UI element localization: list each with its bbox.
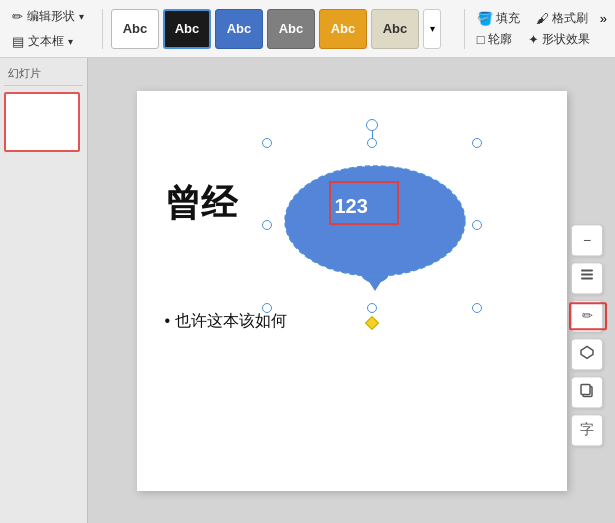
shape-styles-section: Abc Abc Abc Abc Abc Abc ▾ — [102, 9, 441, 49]
float-layers-button[interactable] — [571, 262, 603, 294]
fill-label: 填充 — [496, 10, 520, 27]
outline-label: 轮廓 — [488, 31, 512, 48]
handle-mid-left[interactable] — [262, 220, 272, 230]
toolbar-right-row-2: □ 轮廓 ✦ 形状效果 — [473, 30, 607, 49]
style-box-white[interactable]: Abc — [111, 9, 159, 49]
float-copy-button[interactable] — [571, 376, 603, 408]
edit-shape-button[interactable]: ✏ 编辑形状 ▾ — [8, 6, 88, 27]
handle-top-left[interactable] — [262, 138, 272, 148]
slide-panel-label: 幻灯片 — [4, 66, 83, 86]
style-box-gold[interactable]: Abc — [319, 9, 367, 49]
fill-button[interactable]: 🪣 填充 — [473, 9, 524, 28]
handle-top-right[interactable] — [472, 138, 482, 148]
rotate-handle[interactable] — [366, 119, 378, 131]
slide-panel: 幻灯片 — [0, 58, 88, 523]
style-box-blue-label: Abc — [227, 21, 252, 36]
edit-shape-dropdown-arrow: ▾ — [79, 11, 84, 22]
shape-inner-text: 123 — [335, 195, 368, 218]
slide-text-bullet: • 也许这本该如何 — [165, 311, 287, 332]
format-brush-icon: 🖌 — [536, 11, 549, 26]
toolbar-left-section: ✏ 编辑形状 ▾ ▤ 文本框 ▾ — [8, 6, 88, 52]
svg-rect-4 — [581, 273, 593, 275]
style-box-light-label: Abc — [383, 21, 408, 36]
text-box-dropdown-arrow: ▾ — [68, 36, 73, 47]
main-area: 幻灯片 曾经 — [0, 58, 615, 523]
toolbar-right-row-1: 🪣 填充 🖌 格式刷 » — [473, 9, 607, 28]
slide-thumbnail[interactable] — [4, 92, 80, 152]
style-box-black-label: Abc — [175, 21, 200, 36]
format-brush-button[interactable]: 🖌 格式刷 — [532, 9, 592, 28]
speech-bubble-svg — [267, 143, 477, 308]
svg-rect-6 — [581, 269, 593, 271]
format-brush-label: 格式刷 — [552, 10, 588, 27]
float-red-rectangle[interactable] — [569, 302, 607, 330]
shape-effect-button[interactable]: ✦ 形状效果 — [524, 30, 594, 49]
style-box-blue[interactable]: Abc — [215, 9, 263, 49]
style-more-dropdown[interactable]: ▾ — [423, 9, 441, 49]
svg-rect-9 — [581, 384, 590, 394]
layers-icon — [579, 268, 595, 287]
text-box-icon: ▤ — [12, 34, 24, 49]
style-more-arrow: ▾ — [430, 23, 435, 34]
handle-bottom-mid[interactable] — [367, 303, 377, 313]
text-box-label: 文本框 — [28, 33, 64, 50]
shape-effect-label: 形状效果 — [542, 31, 590, 48]
minus-icon: − — [583, 232, 591, 248]
float-shape-button[interactable] — [571, 338, 603, 370]
toolbar-more-arrow[interactable]: » — [600, 11, 607, 26]
slide-text-zeng: 曾经 — [165, 179, 237, 228]
style-box-gray[interactable]: Abc — [267, 9, 315, 49]
main-toolbar: ✏ 编辑形状 ▾ ▤ 文本框 ▾ Abc Abc Abc Abc Abc Abc — [0, 0, 615, 58]
shape-effect-icon: ✦ — [528, 32, 539, 47]
shape-container[interactable]: 123 — [267, 143, 477, 308]
handle-mid-right[interactable] — [472, 220, 482, 230]
edit-shape-label: 编辑形状 — [27, 8, 75, 25]
text-box-button[interactable]: ▤ 文本框 ▾ — [8, 31, 88, 52]
style-box-light[interactable]: Abc — [371, 9, 419, 49]
float-toolbar: − ✏ — [571, 224, 603, 446]
style-box-black[interactable]: Abc — [163, 9, 211, 49]
handle-top-mid[interactable] — [367, 138, 377, 148]
svg-marker-7 — [581, 346, 593, 358]
float-minus-button[interactable]: − — [571, 224, 603, 256]
slide-canvas: 曾经 — [137, 91, 567, 491]
style-box-gray-label: Abc — [279, 21, 304, 36]
handle-bottom-right[interactable] — [472, 303, 482, 313]
text-icon: 字 — [580, 421, 594, 439]
handle-diamond-tail[interactable] — [364, 315, 378, 329]
svg-rect-5 — [581, 277, 593, 279]
edit-shape-icon: ✏ — [12, 9, 23, 24]
outline-icon: □ — [477, 32, 485, 47]
float-text-button[interactable]: 字 — [571, 414, 603, 446]
style-box-white-label: Abc — [123, 21, 148, 36]
fill-icon: 🪣 — [477, 11, 493, 26]
copy-icon — [579, 382, 595, 401]
toolbar-right-section: 🪣 填充 🖌 格式刷 » □ 轮廓 ✦ 形状效果 — [464, 9, 607, 49]
outline-button[interactable]: □ 轮廓 — [473, 30, 516, 49]
canvas-area: 曾经 — [88, 58, 615, 523]
shape-outline-icon — [579, 344, 595, 363]
style-box-gold-label: Abc — [331, 21, 356, 36]
